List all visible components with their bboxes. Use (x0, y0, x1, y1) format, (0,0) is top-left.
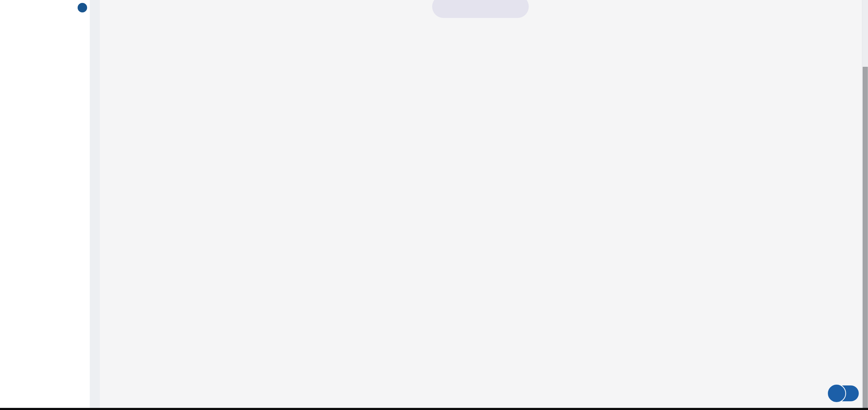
vertical-scrollbar-thumb[interactable] (863, 67, 868, 408)
screen-bottom-edge (0, 408, 868, 410)
sidebar-collapse-button[interactable] (78, 3, 87, 12)
billing-toggle (432, 0, 529, 18)
vertical-scrollbar-track[interactable] (862, 0, 868, 408)
sidebar-nav (0, 0, 90, 10)
sidebar-gutter (90, 0, 100, 408)
chat-bubbles-icon (827, 384, 846, 403)
sidebar (0, 0, 90, 408)
help-button[interactable] (827, 384, 859, 403)
